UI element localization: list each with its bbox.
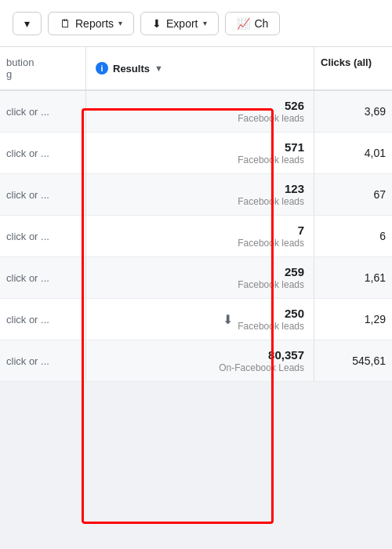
row-clicks-cell: 545,61 xyxy=(314,340,392,381)
row-results-cell: ⬇ 250 Facebook leads xyxy=(86,299,314,340)
reports-button[interactable]: 🗒 Reports ▾ xyxy=(48,12,134,35)
reports-chevron-icon: ▾ xyxy=(118,19,122,27)
result-label: Facebook leads xyxy=(238,321,304,332)
result-number: 123 xyxy=(238,182,304,195)
table-header: butiong i Results ▼ Clicks (all) xyxy=(0,47,392,91)
row-attribution-cell: click or ... xyxy=(0,133,86,173)
result-value-group: 7 Facebook leads xyxy=(238,224,304,249)
result-value-group: 526 Facebook leads xyxy=(238,99,304,124)
table-row: click or ... 526 Facebook leads 3,69 xyxy=(0,91,392,133)
attribution-text: click or ... xyxy=(6,106,49,118)
results-table: butiong i Results ▼ Clicks (all) click o… xyxy=(0,47,392,382)
reports-label: Reports xyxy=(75,17,114,30)
export-chevron-icon: ▾ xyxy=(203,19,207,27)
header-clicks-label: Clicks (all) xyxy=(321,56,372,68)
chevron-down-icon: ▾ xyxy=(24,17,30,30)
result-value-group: 250 Facebook leads xyxy=(238,307,304,332)
row-clicks-cell: 1,61 xyxy=(314,257,392,298)
result-value-group: 259 Facebook leads xyxy=(238,265,304,290)
chart-icon: 📈 xyxy=(237,17,250,30)
result-value-group: 123 Facebook leads xyxy=(238,182,304,207)
results-inner: 259 Facebook leads xyxy=(96,265,304,290)
row-clicks-cell: 67 xyxy=(314,174,392,215)
result-number: 80,357 xyxy=(219,348,304,362)
clicks-value: 545,61 xyxy=(352,354,386,367)
row-clicks-cell: 4,01 xyxy=(314,133,392,173)
row-attribution-cell: click or ... xyxy=(0,216,86,256)
result-label: Facebook leads xyxy=(238,113,304,124)
header-attribution-label: butiong xyxy=(6,56,34,80)
row-results-cell: 571 Facebook leads xyxy=(86,133,314,173)
result-label: Facebook leads xyxy=(238,238,304,249)
table-row: click or ... 7 Facebook leads 6 xyxy=(0,216,392,257)
row-attribution-cell: click or ... xyxy=(0,174,86,215)
result-value-group: 571 Facebook leads xyxy=(238,140,304,165)
result-number: 571 xyxy=(238,140,304,154)
clicks-value: 3,69 xyxy=(365,105,386,118)
export-button[interactable]: ⬇ Export ▾ xyxy=(140,12,218,35)
row-attribution-cell: click or ... xyxy=(0,257,86,298)
table-body: click or ... 526 Facebook leads 3,69 cli… xyxy=(0,91,392,382)
attribution-text: click or ... xyxy=(6,314,49,325)
table-row: click or ... 571 Facebook leads 4,01 xyxy=(0,133,392,174)
attribution-text: click or ... xyxy=(6,189,49,201)
attribution-text: click or ... xyxy=(6,272,49,284)
table-row: click or ... 123 Facebook leads 67 xyxy=(0,174,392,216)
results-info-icon[interactable]: i xyxy=(96,62,108,75)
result-number: 526 xyxy=(238,99,304,112)
row-attribution-cell: click or ... xyxy=(0,299,86,340)
results-inner: ⬇ 250 Facebook leads xyxy=(96,307,304,332)
clicks-value: 4,01 xyxy=(365,147,386,159)
toolbar: ▾ 🗒 Reports ▾ ⬇ Export ▾ 📈 Ch xyxy=(0,0,392,47)
result-number: 7 xyxy=(238,224,304,237)
result-label: Facebook leads xyxy=(238,155,304,165)
attribution-text: click or ... xyxy=(6,231,49,242)
results-inner: 7 Facebook leads xyxy=(96,224,304,249)
results-inner: 80,357 On-Facebook Leads xyxy=(96,348,304,373)
chart-button[interactable]: 📈 Ch xyxy=(225,12,281,35)
results-inner: 571 Facebook leads xyxy=(96,140,304,165)
clicks-value: 67 xyxy=(373,188,386,201)
table-row: click or ... 259 Facebook leads 1,61 xyxy=(0,257,392,299)
chart-label: Ch xyxy=(255,17,269,30)
table-row: click or ... 80,357 On-Facebook Leads 54… xyxy=(0,340,392,382)
row-clicks-cell: 3,69 xyxy=(314,91,392,132)
sort-icon[interactable]: ▼ xyxy=(154,64,163,73)
header-results-col[interactable]: i Results ▼ xyxy=(86,47,314,89)
download-icon: ⬇ xyxy=(223,312,233,327)
row-results-cell: 7 Facebook leads xyxy=(86,216,314,256)
export-label: Export xyxy=(166,17,198,30)
row-results-cell: 123 Facebook leads xyxy=(86,174,314,215)
row-results-cell: 259 Facebook leads xyxy=(86,257,314,298)
row-clicks-cell: 6 xyxy=(314,216,392,256)
reports-icon: 🗒 xyxy=(60,17,71,30)
row-attribution-cell: click or ... xyxy=(0,91,86,132)
clicks-value: 1,61 xyxy=(365,271,386,284)
result-value-group: 80,357 On-Facebook Leads xyxy=(219,348,304,373)
attribution-text: click or ... xyxy=(6,147,49,159)
header-attribution-col: butiong xyxy=(0,47,86,89)
result-label: Facebook leads xyxy=(238,279,304,290)
result-label: Facebook leads xyxy=(238,196,304,207)
attribution-text: click or ... xyxy=(6,355,49,367)
header-clicks-col: Clicks (all) xyxy=(314,47,392,89)
result-number: 250 xyxy=(238,307,304,320)
table-row: click or ... ⬇ 250 Facebook leads 1,29 xyxy=(0,299,392,340)
results-inner: 123 Facebook leads xyxy=(96,182,304,207)
result-label: On-Facebook Leads xyxy=(219,362,304,373)
results-inner: 526 Facebook leads xyxy=(96,99,304,124)
row-attribution-cell: click or ... xyxy=(0,340,86,381)
row-clicks-cell: 1,29 xyxy=(314,299,392,340)
export-icon: ⬇ xyxy=(152,17,162,30)
row-results-cell: 80,357 On-Facebook Leads xyxy=(86,340,314,381)
row-results-cell: 526 Facebook leads xyxy=(86,91,314,132)
header-results-label: Results xyxy=(113,63,150,75)
clicks-value: 6 xyxy=(379,230,386,242)
dropdown-button[interactable]: ▾ xyxy=(13,12,42,35)
clicks-value: 1,29 xyxy=(365,313,386,325)
result-number: 259 xyxy=(238,265,304,278)
